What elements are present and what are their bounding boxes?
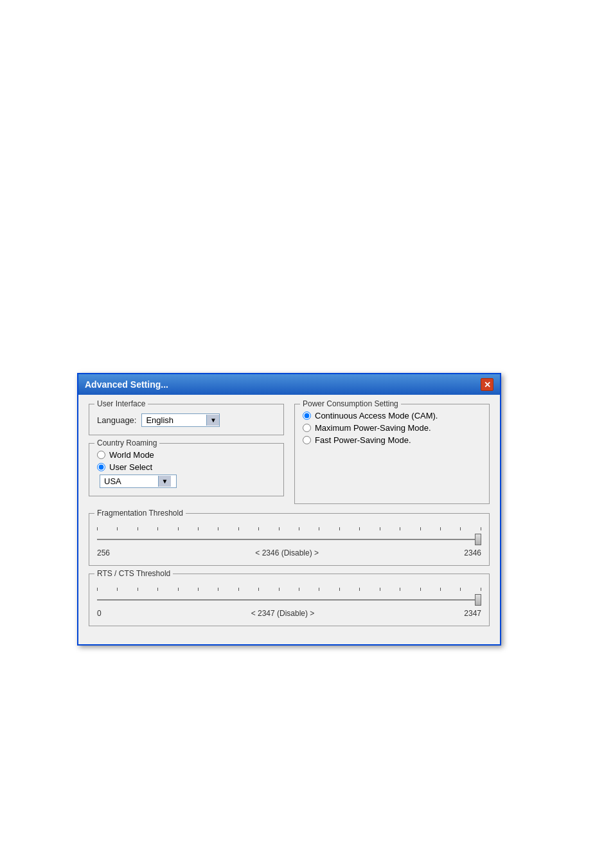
- rts-cts-min: 0: [97, 609, 102, 618]
- tick: [218, 588, 218, 591]
- fragmentation-slider[interactable]: [97, 534, 481, 545]
- max-power-saving-label[interactable]: Maximum Power-Saving Mode.: [315, 423, 431, 433]
- cam-row: Continuous Access Mode (CAM).: [303, 411, 481, 420]
- tick: [299, 588, 299, 591]
- power-consumption-title: Power Consumption Setting: [300, 399, 401, 408]
- tick: [258, 527, 259, 530]
- rts-cts-threshold-title: RTS / CTS Threshold: [94, 569, 173, 578]
- tick: [319, 527, 319, 530]
- fragmentation-threshold-group: Fragmentation Threshold: [89, 513, 490, 566]
- tick: [481, 588, 481, 591]
- tick: [198, 588, 199, 591]
- fragmentation-slider-container: 256 < 2346 (Disable) > 2346: [97, 524, 481, 557]
- fragmentation-center: < 2346 (Disable) >: [110, 548, 464, 557]
- rts-cts-slider[interactable]: [97, 595, 481, 605]
- tick: [238, 527, 239, 530]
- right-panel: Power Consumption Setting Continuous Acc…: [294, 404, 490, 504]
- country-roaming-group: Country Roaming World Mode User Select U…: [89, 443, 284, 496]
- tick: [400, 527, 400, 530]
- tick: [460, 588, 461, 591]
- language-value: English: [142, 414, 206, 426]
- fragmentation-min: 256: [97, 548, 110, 557]
- tick: [218, 527, 218, 530]
- user-interface-group: User Interface Language: English ▼: [89, 404, 284, 435]
- fragmentation-threshold-title: Fragmentation Threshold: [94, 509, 186, 518]
- country-dropdown-arrow[interactable]: ▼: [158, 476, 171, 487]
- tick: [178, 588, 179, 591]
- advanced-setting-dialog: Advanced Setting... ✕ User Interface Lan…: [77, 373, 501, 646]
- tick: [117, 588, 118, 591]
- user-select-row: User Select: [97, 462, 276, 472]
- rts-cts-center: < 2347 (Disable) >: [102, 609, 465, 618]
- country-value: USA: [100, 475, 158, 487]
- tick: [440, 588, 441, 591]
- tick: [380, 527, 380, 530]
- fast-power-saving-radio[interactable]: [303, 436, 311, 444]
- tick: [178, 527, 179, 530]
- cam-radio[interactable]: [303, 411, 311, 420]
- fragmentation-max: 2346: [464, 548, 481, 557]
- tick: [420, 527, 421, 530]
- dialog-body: User Interface Language: English ▼ Count…: [78, 395, 500, 644]
- tick: [440, 527, 441, 530]
- left-panel: User Interface Language: English ▼ Count…: [89, 404, 284, 504]
- tick: [380, 588, 380, 591]
- tick: [97, 588, 98, 591]
- dialog-container: Advanced Setting... ✕ User Interface Lan…: [77, 373, 501, 646]
- tick: [420, 588, 421, 591]
- world-mode-radio[interactable]: [97, 451, 105, 459]
- fast-power-saving-row: Fast Power-Saving Mode.: [303, 435, 481, 445]
- tick: [97, 527, 98, 530]
- tick: [339, 527, 340, 530]
- rts-cts-slider-container: 0 < 2347 (Disable) > 2347: [97, 584, 481, 618]
- power-consumption-group: Power Consumption Setting Continuous Acc…: [294, 404, 490, 504]
- user-select-radio[interactable]: [97, 463, 105, 471]
- tick: [258, 588, 259, 591]
- language-select[interactable]: English ▼: [141, 413, 220, 427]
- tick: [359, 588, 360, 591]
- tick: [157, 588, 158, 591]
- tick: [238, 588, 239, 591]
- tick: [319, 588, 319, 591]
- language-dropdown-arrow[interactable]: ▼: [206, 415, 219, 426]
- tick: [138, 588, 138, 591]
- country-roaming-title: Country Roaming: [94, 439, 159, 448]
- tick: [198, 527, 199, 530]
- fragmentation-tick-row: [97, 524, 481, 530]
- world-mode-label[interactable]: World Mode: [109, 450, 154, 460]
- max-power-saving-row: Maximum Power-Saving Mode.: [303, 423, 481, 433]
- country-select[interactable]: USA ▼: [100, 475, 177, 488]
- tick: [279, 527, 280, 530]
- tick: [460, 527, 461, 530]
- rts-cts-tick-row: [97, 584, 481, 591]
- fast-power-saving-label[interactable]: Fast Power-Saving Mode.: [315, 435, 411, 445]
- tick: [339, 588, 340, 591]
- user-select-label[interactable]: User Select: [109, 462, 152, 472]
- rts-cts-slider-labels: 0 < 2347 (Disable) > 2347: [97, 609, 481, 618]
- close-button[interactable]: ✕: [481, 378, 493, 391]
- max-power-saving-radio[interactable]: [303, 424, 311, 432]
- rts-cts-max: 2347: [464, 609, 481, 618]
- tick: [400, 588, 400, 591]
- language-row: Language: English ▼: [97, 413, 276, 427]
- tick: [481, 527, 481, 530]
- fragmentation-slider-labels: 256 < 2346 (Disable) > 2346: [97, 548, 481, 557]
- cam-label[interactable]: Continuous Access Mode (CAM).: [315, 411, 438, 420]
- tick: [157, 527, 158, 530]
- rts-cts-threshold-group: RTS / CTS Threshold: [89, 574, 490, 626]
- dialog-title: Advanced Setting...: [85, 379, 168, 390]
- tick: [138, 527, 138, 530]
- title-bar: Advanced Setting... ✕: [78, 374, 500, 395]
- tick: [359, 527, 360, 530]
- tick: [299, 527, 299, 530]
- bottom-section: Fragmentation Threshold: [89, 513, 490, 626]
- world-mode-row: World Mode: [97, 450, 276, 460]
- language-label: Language:: [97, 415, 136, 425]
- user-interface-title: User Interface: [94, 399, 148, 408]
- top-section: User Interface Language: English ▼ Count…: [89, 404, 490, 504]
- tick: [279, 588, 280, 591]
- tick: [117, 527, 118, 530]
